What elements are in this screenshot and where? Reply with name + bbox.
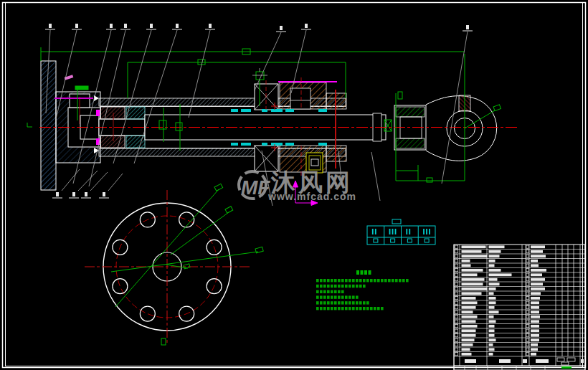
balloon-number <box>103 192 105 196</box>
balloon-number <box>124 24 127 28</box>
balloon <box>52 169 80 198</box>
ports-table <box>367 219 435 245</box>
balloon <box>442 25 473 184</box>
port-boss-top <box>255 84 278 110</box>
flange-leaders <box>111 184 263 345</box>
port-fitting-box <box>306 153 323 173</box>
rod-eye-hub <box>394 105 426 150</box>
watermark-url: www.mfcad.com <box>267 191 356 202</box>
guide-ring-bottom <box>126 136 145 148</box>
balloon-number <box>75 24 78 28</box>
flange-outer-circle <box>103 203 231 331</box>
grease-hole-section <box>459 95 470 111</box>
balloon <box>73 24 116 184</box>
balloon-number <box>176 24 179 28</box>
drawing-canvas: MF 沐风网 www.mfcad.com <box>0 0 588 370</box>
balloon-number <box>85 192 87 196</box>
piston-seal-top <box>100 107 125 119</box>
technical-requirements <box>316 270 409 310</box>
cap-bore <box>68 108 100 147</box>
flange-view <box>85 184 263 345</box>
bom-parts-table <box>454 245 585 370</box>
cylinder-cap <box>56 92 100 163</box>
main-assembly-view <box>27 61 518 190</box>
balloon-number <box>209 24 212 28</box>
sheet-frame <box>3 2 586 368</box>
balloon-number <box>72 192 75 196</box>
mount-flange-plate <box>41 61 56 190</box>
balloon <box>45 24 55 113</box>
balloon-number <box>110 24 113 28</box>
piston-rod <box>145 115 386 140</box>
barrel-wall-top <box>99 98 346 106</box>
ucs-icon <box>293 181 318 206</box>
balloon-number <box>49 24 52 28</box>
guide-ring-top <box>126 107 145 119</box>
balloon-number <box>150 24 153 28</box>
balloon-number <box>56 192 59 196</box>
balloon <box>113 24 156 163</box>
balloon-number <box>280 26 283 30</box>
balloon <box>89 24 131 186</box>
weld-mark-bottom <box>94 148 99 153</box>
balloon <box>56 24 82 119</box>
balloon-number <box>466 25 469 29</box>
balloon <box>99 174 123 198</box>
rod-gland <box>278 82 346 173</box>
watermark-logo: MF <box>241 176 270 199</box>
flange-bolt-circle <box>116 216 218 318</box>
flange-center-hole <box>153 252 181 281</box>
weld-mark-top <box>94 95 99 101</box>
watermark-brand: 沐风网 <box>270 169 353 196</box>
barrel-wall-bottom <box>99 148 346 156</box>
balloon <box>81 172 108 198</box>
cap-port <box>70 94 90 108</box>
watermark-logo-ring <box>239 171 266 199</box>
balloon <box>255 26 286 90</box>
fit-callouts <box>231 109 327 146</box>
cad-drawing-sheet: MF 沐风网 www.mfcad.com <box>0 0 588 370</box>
coupling-symbol <box>384 120 392 131</box>
port-boss-bottom <box>255 146 278 171</box>
balloon <box>69 171 98 198</box>
piston-seal-bottom <box>100 136 125 148</box>
detail-leaders <box>252 68 380 206</box>
balloon <box>291 24 311 93</box>
balloon-number <box>305 24 308 28</box>
watermark: MF 沐风网 www.mfcad.com <box>239 169 356 202</box>
section-lines <box>266 77 336 177</box>
rod-eye <box>426 95 497 161</box>
flange-bolt-holes <box>113 212 222 321</box>
piston-assembly <box>80 107 145 148</box>
part-balloons <box>45 24 473 198</box>
dimensions <box>41 47 501 182</box>
balloon <box>134 24 182 163</box>
balloon <box>189 24 215 118</box>
